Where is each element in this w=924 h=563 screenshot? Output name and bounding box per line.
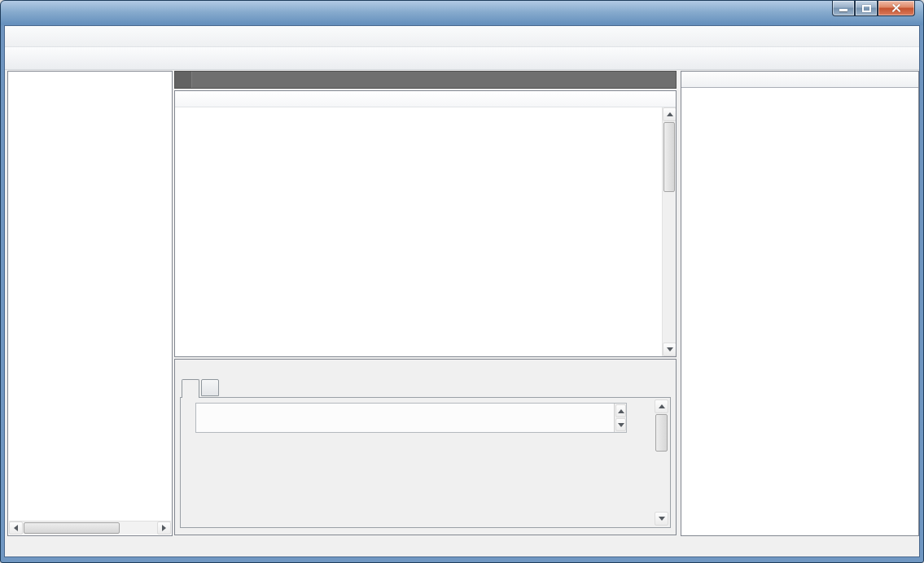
arrow-up-icon bbox=[618, 409, 624, 413]
actions-title bbox=[681, 72, 918, 88]
scroll-down-button[interactable] bbox=[615, 418, 626, 431]
console-tree-panel bbox=[7, 71, 173, 536]
general-tab-page bbox=[180, 397, 671, 528]
scroll-up-button[interactable] bbox=[655, 399, 668, 413]
toolbar bbox=[5, 47, 919, 70]
arrow-down-icon bbox=[659, 517, 665, 521]
log-title bbox=[175, 72, 192, 88]
arrow-up-icon bbox=[659, 404, 665, 408]
tree-horizontal-scrollbar[interactable] bbox=[9, 521, 171, 535]
detail-tabs bbox=[182, 379, 221, 397]
maximize-button[interactable] bbox=[855, 1, 878, 16]
scroll-thumb[interactable] bbox=[663, 122, 675, 192]
detail-scrollbar[interactable] bbox=[655, 399, 668, 526]
detail-title-row bbox=[175, 360, 676, 379]
scroll-up-button[interactable] bbox=[615, 404, 626, 417]
arrow-left-icon bbox=[14, 525, 18, 531]
window-controls bbox=[832, 1, 915, 16]
arrow-down-icon bbox=[618, 423, 624, 427]
events-panel bbox=[174, 71, 677, 536]
log-header bbox=[174, 71, 677, 89]
scroll-thumb[interactable] bbox=[24, 522, 120, 534]
arrow-right-icon bbox=[162, 525, 166, 531]
scroll-right-button[interactable] bbox=[157, 522, 171, 535]
scroll-down-button[interactable] bbox=[663, 343, 677, 356]
event-detail-pane bbox=[174, 359, 677, 535]
arrow-down-icon bbox=[667, 347, 673, 351]
tree bbox=[10, 74, 170, 520]
close-detail-button[interactable] bbox=[657, 364, 668, 375]
close-button[interactable] bbox=[878, 1, 915, 16]
minimize-button[interactable] bbox=[832, 1, 855, 16]
menubar bbox=[5, 26, 919, 47]
events-list bbox=[174, 90, 677, 357]
event-description-box[interactable] bbox=[195, 403, 627, 433]
tab-details[interactable] bbox=[201, 379, 219, 396]
tab-general[interactable] bbox=[182, 379, 199, 398]
scroll-thumb[interactable] bbox=[655, 414, 668, 452]
scroll-left-button[interactable] bbox=[9, 522, 23, 535]
description-scrollbar[interactable] bbox=[614, 404, 626, 432]
arrow-up-icon bbox=[667, 112, 673, 116]
minimize-icon bbox=[839, 9, 847, 11]
scroll-down-button[interactable] bbox=[655, 512, 668, 526]
actions-pane bbox=[681, 71, 919, 536]
events-scrollbar[interactable] bbox=[662, 107, 676, 356]
scroll-up-button[interactable] bbox=[663, 107, 677, 121]
table-header bbox=[175, 91, 676, 107]
client-area bbox=[4, 25, 920, 557]
maximize-icon bbox=[862, 5, 871, 12]
event-viewer-icon bbox=[9, 7, 22, 20]
event-viewer-window bbox=[0, 0, 924, 563]
log-subtitle bbox=[192, 72, 676, 88]
titlebar[interactable] bbox=[1, 1, 923, 25]
table-body bbox=[175, 107, 662, 356]
